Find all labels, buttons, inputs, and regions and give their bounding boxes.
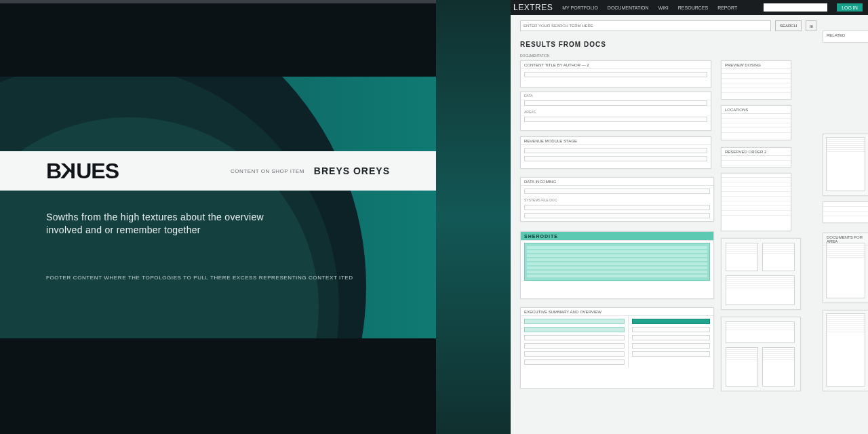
dark-top [0,3,436,77]
card-preview[interactable]: PREVIEW DOSING [721,60,791,100]
card-title: CONTENT TITLE BY AUTHOR — 2 [521,61,711,69]
section-title: BREYS OREYS [314,165,390,176]
card-field[interactable] [524,156,707,161]
side-box-a[interactable] [823,201,868,223]
side-thumb-1[interactable] [823,134,868,196]
highlight-block [524,243,710,281]
breadcrumb: DOCUMENTATION [520,54,868,58]
card-field[interactable] [524,213,710,218]
side-thumb-3[interactable] [823,310,868,391]
app-header: LEXTRES MY PORTFOLIO DOCUMENTATION WIKI … [511,0,868,15]
card-title: PREVIEW DOSING [722,61,791,69]
card-field[interactable] [524,343,625,349]
card-field[interactable] [524,72,707,77]
side-related[interactable]: RELATED [823,31,868,43]
card-title: EXECUTIVE SUMMARY AND OVERVIEW [521,308,713,316]
card-field[interactable] [632,351,710,357]
card-summary[interactable]: EXECUTIVE SUMMARY AND OVERVIEW [520,307,714,389]
results-body: SEARCH ⊞ RESULTS FROM DOCS DOCUMENTATION… [511,15,868,434]
hero-footer-line: FOOTER CONTENT WHERE THE TOPOLOGIES TO P… [46,275,353,281]
vertical-divider [436,0,511,434]
side-thumb-2[interactable]: DOCUMENTS FOR AREA [823,233,868,303]
mini-doc[interactable] [826,313,865,387]
card-thumbs-a[interactable] [721,238,801,310]
title-band: BKUES CONTENT ON SHOP ITEM BREYS OREYS [0,151,436,191]
card-lines[interactable] [721,173,791,231]
card-content[interactable]: CONTENT TITLE BY AUTHOR — 2 [520,60,711,87]
left-panel: BKUES CONTENT ON SHOP ITEM BREYS OREYS S… [0,0,436,434]
card-field[interactable] [524,148,707,153]
login-button[interactable]: LOG IN [837,3,863,12]
search-button[interactable]: SEARCH [775,20,802,31]
card-field[interactable] [524,205,710,210]
card-title: REVENUE MODULE STAGE [521,137,711,145]
logo-post: UES [76,159,119,183]
mini-doc[interactable] [726,347,758,387]
mini-doc[interactable] [726,321,795,343]
mini-doc[interactable] [826,243,865,298]
card-field[interactable] [524,117,707,122]
card-incoming[interactable]: DATA INCOMING SYSTEMS FILE DOC [520,177,714,222]
search-row: SEARCH ⊞ [520,20,868,31]
logo-flip: K [61,159,76,184]
card-field[interactable] [524,359,625,365]
card-field[interactable] [524,319,625,324]
hero: BKUES CONTENT ON SHOP ITEM BREYS OREYS S… [0,77,436,338]
card-locations[interactable]: LOCATIONS [721,105,791,140]
card-reserved[interactable]: RESERVED ORDER 2 [721,147,791,167]
mini-doc[interactable] [726,243,758,271]
card-data[interactable]: DATA AREAS [520,92,711,131]
card-field[interactable] [632,327,710,332]
card-field[interactable] [632,335,710,340]
card-field[interactable] [524,100,707,106]
card-field[interactable] [524,327,625,332]
card-field[interactable] [524,189,710,194]
mini-doc[interactable] [762,243,795,271]
card-revenue[interactable]: REVENUE MODULE STAGE [520,136,711,169]
card-field[interactable] [524,351,625,357]
search-input[interactable] [520,20,771,31]
card-title: RESERVED ORDER 2 [722,148,791,156]
brand-logo: BKUES [46,159,119,184]
nav-report[interactable]: REPORT [717,5,737,10]
page-title: RESULTS FROM DOCS [520,41,868,48]
card-tag: AREAS [521,108,711,114]
nav-portfolio[interactable]: MY PORTFOLIO [562,5,598,10]
nav-docs[interactable]: DOCUMENTATION [608,5,649,10]
card-field[interactable] [524,335,625,340]
hero-tagline: Sowths from the high textures about the … [46,211,290,237]
nav-resources[interactable]: RESOURCES [678,5,708,10]
right-panel: LEXTRES MY PORTFOLIO DOCUMENTATION WIKI … [511,0,868,434]
card-title: LOCATIONS [722,106,791,114]
grid-view-toggle[interactable]: ⊞ [806,20,816,31]
card-title: DATA INCOMING [521,178,713,186]
header-search-input[interactable] [764,3,827,12]
card-tag: DATA [521,92,711,98]
card-highlight[interactable]: SHERODITE [520,231,714,299]
small-nav: CONTENT ON SHOP ITEM [231,168,304,174]
card-thumbs-b[interactable] [721,317,801,391]
card-title: SHERODITE [521,232,713,241]
card-field[interactable] [632,319,710,324]
mini-doc[interactable] [726,275,795,305]
mini-doc[interactable] [762,347,795,387]
card-tag: SYSTEMS FILE DOC [521,197,713,202]
card-field[interactable] [632,343,710,349]
nav-wiki[interactable]: WIKI [658,5,669,10]
brand-name: LEXTRES [513,3,553,12]
side-title: RELATED [823,31,868,39]
mini-doc[interactable] [826,137,865,191]
logo-pre: B [46,159,61,183]
dark-bottom [0,338,436,434]
